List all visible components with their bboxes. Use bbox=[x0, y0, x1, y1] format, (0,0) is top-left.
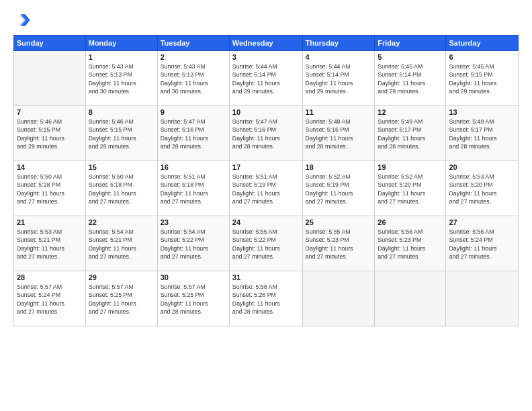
calendar-cell: 10Sunrise: 5:47 AM Sunset: 5:16 PM Dayli… bbox=[229, 106, 302, 161]
day-number: 31 bbox=[232, 273, 300, 281]
day-info: Sunrise: 5:50 AM Sunset: 5:18 PM Dayligh… bbox=[17, 173, 83, 205]
calendar-cell: 5Sunrise: 5:45 AM Sunset: 5:14 PM Daylig… bbox=[375, 51, 446, 106]
day-number: 18 bbox=[306, 163, 372, 171]
day-number: 1 bbox=[89, 53, 154, 61]
day-number: 11 bbox=[306, 108, 372, 116]
calendar-week-row: 21Sunrise: 5:53 AM Sunset: 5:21 PM Dayli… bbox=[14, 216, 519, 271]
day-number: 27 bbox=[449, 218, 515, 226]
day-info: Sunrise: 5:52 AM Sunset: 5:20 PM Dayligh… bbox=[378, 173, 443, 205]
day-info: Sunrise: 5:54 AM Sunset: 5:22 PM Dayligh… bbox=[161, 228, 226, 261]
day-info: Sunrise: 5:52 AM Sunset: 5:19 PM Dayligh… bbox=[306, 173, 372, 205]
calendar-cell: 23Sunrise: 5:54 AM Sunset: 5:22 PM Dayli… bbox=[157, 216, 229, 271]
calendar: SundayMondayTuesdayWednesdayThursdayFrid… bbox=[13, 35, 519, 326]
day-info: Sunrise: 5:56 AM Sunset: 5:23 PM Dayligh… bbox=[378, 228, 443, 261]
day-info: Sunrise: 5:44 AM Sunset: 5:14 PM Dayligh… bbox=[232, 62, 300, 95]
day-number: 28 bbox=[17, 273, 83, 281]
calendar-cell: 21Sunrise: 5:53 AM Sunset: 5:21 PM Dayli… bbox=[14, 216, 86, 271]
day-number: 12 bbox=[378, 108, 443, 116]
calendar-cell: 7Sunrise: 5:46 AM Sunset: 5:15 PM Daylig… bbox=[14, 106, 86, 161]
calendar-cell: 13Sunrise: 5:49 AM Sunset: 5:17 PM Dayli… bbox=[446, 106, 519, 161]
day-info: Sunrise: 5:45 AM Sunset: 5:15 PM Dayligh… bbox=[449, 62, 515, 95]
day-info: Sunrise: 5:47 AM Sunset: 5:16 PM Dayligh… bbox=[161, 118, 226, 150]
weekday-header: Thursday bbox=[302, 36, 375, 51]
day-info: Sunrise: 5:53 AM Sunset: 5:21 PM Dayligh… bbox=[17, 228, 83, 261]
day-info: Sunrise: 5:43 AM Sunset: 5:13 PM Dayligh… bbox=[89, 62, 154, 95]
day-number: 2 bbox=[161, 53, 226, 61]
day-number: 21 bbox=[17, 218, 83, 226]
calendar-cell: 28Sunrise: 5:57 AM Sunset: 5:24 PM Dayli… bbox=[14, 271, 86, 326]
day-number: 23 bbox=[161, 218, 226, 226]
calendar-cell bbox=[14, 51, 86, 106]
calendar-cell: 19Sunrise: 5:52 AM Sunset: 5:20 PM Dayli… bbox=[375, 161, 446, 216]
day-number: 14 bbox=[17, 163, 83, 171]
calendar-cell: 11Sunrise: 5:48 AM Sunset: 5:16 PM Dayli… bbox=[302, 106, 375, 161]
header bbox=[13, 11, 519, 30]
calendar-cell: 20Sunrise: 5:53 AM Sunset: 5:20 PM Dayli… bbox=[446, 161, 519, 216]
calendar-body: 1Sunrise: 5:43 AM Sunset: 5:13 PM Daylig… bbox=[14, 51, 519, 326]
day-info: Sunrise: 5:49 AM Sunset: 5:17 PM Dayligh… bbox=[449, 118, 515, 150]
day-info: Sunrise: 5:48 AM Sunset: 5:16 PM Dayligh… bbox=[306, 118, 372, 150]
day-info: Sunrise: 5:49 AM Sunset: 5:17 PM Dayligh… bbox=[378, 118, 443, 150]
day-number: 7 bbox=[17, 108, 83, 116]
calendar-cell: 3Sunrise: 5:44 AM Sunset: 5:14 PM Daylig… bbox=[229, 51, 302, 106]
day-info: Sunrise: 5:46 AM Sunset: 5:15 PM Dayligh… bbox=[17, 118, 83, 150]
day-info: Sunrise: 5:47 AM Sunset: 5:16 PM Dayligh… bbox=[232, 118, 300, 150]
day-info: Sunrise: 5:53 AM Sunset: 5:20 PM Dayligh… bbox=[449, 173, 515, 205]
calendar-cell: 26Sunrise: 5:56 AM Sunset: 5:23 PM Dayli… bbox=[375, 216, 446, 271]
calendar-cell: 18Sunrise: 5:52 AM Sunset: 5:19 PM Dayli… bbox=[302, 161, 375, 216]
day-info: Sunrise: 5:43 AM Sunset: 5:13 PM Dayligh… bbox=[161, 62, 226, 95]
day-info: Sunrise: 5:44 AM Sunset: 5:14 PM Dayligh… bbox=[306, 62, 372, 95]
calendar-cell bbox=[375, 271, 446, 326]
calendar-cell: 1Sunrise: 5:43 AM Sunset: 5:13 PM Daylig… bbox=[85, 51, 157, 106]
calendar-week-row: 1Sunrise: 5:43 AM Sunset: 5:13 PM Daylig… bbox=[14, 51, 519, 106]
day-number: 3 bbox=[232, 53, 300, 61]
day-number: 13 bbox=[449, 108, 515, 116]
day-info: Sunrise: 5:56 AM Sunset: 5:24 PM Dayligh… bbox=[449, 228, 515, 261]
calendar-cell: 12Sunrise: 5:49 AM Sunset: 5:17 PM Dayli… bbox=[375, 106, 446, 161]
calendar-cell: 27Sunrise: 5:56 AM Sunset: 5:24 PM Dayli… bbox=[446, 216, 519, 271]
day-info: Sunrise: 5:57 AM Sunset: 5:25 PM Dayligh… bbox=[161, 283, 226, 316]
calendar-cell bbox=[446, 271, 519, 326]
day-info: Sunrise: 5:50 AM Sunset: 5:18 PM Dayligh… bbox=[89, 173, 154, 205]
day-number: 17 bbox=[232, 163, 300, 171]
day-number: 30 bbox=[161, 273, 226, 281]
calendar-week-row: 14Sunrise: 5:50 AM Sunset: 5:18 PM Dayli… bbox=[14, 161, 519, 216]
calendar-cell: 9Sunrise: 5:47 AM Sunset: 5:16 PM Daylig… bbox=[157, 106, 229, 161]
calendar-week-row: 7Sunrise: 5:46 AM Sunset: 5:15 PM Daylig… bbox=[14, 106, 519, 161]
day-info: Sunrise: 5:55 AM Sunset: 5:22 PM Dayligh… bbox=[232, 228, 300, 261]
calendar-cell: 25Sunrise: 5:55 AM Sunset: 5:23 PM Dayli… bbox=[302, 216, 375, 271]
day-number: 25 bbox=[306, 218, 372, 226]
day-number: 15 bbox=[89, 163, 154, 171]
calendar-cell: 29Sunrise: 5:57 AM Sunset: 5:25 PM Dayli… bbox=[85, 271, 157, 326]
calendar-cell bbox=[302, 271, 375, 326]
weekday-header: Wednesday bbox=[229, 36, 302, 51]
day-info: Sunrise: 5:51 AM Sunset: 5:18 PM Dayligh… bbox=[161, 173, 226, 205]
day-number: 16 bbox=[161, 163, 226, 171]
day-number: 24 bbox=[232, 218, 300, 226]
calendar-cell: 4Sunrise: 5:44 AM Sunset: 5:14 PM Daylig… bbox=[302, 51, 375, 106]
day-number: 4 bbox=[306, 53, 372, 61]
calendar-header: SundayMondayTuesdayWednesdayThursdayFrid… bbox=[14, 36, 519, 51]
calendar-cell: 16Sunrise: 5:51 AM Sunset: 5:18 PM Dayli… bbox=[157, 161, 229, 216]
weekday-header: Monday bbox=[85, 36, 157, 51]
calendar-cell: 24Sunrise: 5:55 AM Sunset: 5:22 PM Dayli… bbox=[229, 216, 302, 271]
day-info: Sunrise: 5:45 AM Sunset: 5:14 PM Dayligh… bbox=[378, 62, 443, 95]
calendar-cell: 30Sunrise: 5:57 AM Sunset: 5:25 PM Dayli… bbox=[157, 271, 229, 326]
logo-icon bbox=[13, 11, 32, 30]
day-number: 26 bbox=[378, 218, 443, 226]
day-number: 22 bbox=[89, 218, 154, 226]
day-number: 9 bbox=[161, 108, 226, 116]
weekday-row: SundayMondayTuesdayWednesdayThursdayFrid… bbox=[14, 36, 519, 51]
calendar-cell: 2Sunrise: 5:43 AM Sunset: 5:13 PM Daylig… bbox=[157, 51, 229, 106]
calendar-week-row: 28Sunrise: 5:57 AM Sunset: 5:24 PM Dayli… bbox=[14, 271, 519, 326]
day-info: Sunrise: 5:58 AM Sunset: 5:26 PM Dayligh… bbox=[232, 283, 300, 316]
logo bbox=[13, 11, 35, 30]
day-number: 5 bbox=[378, 53, 443, 61]
day-number: 6 bbox=[449, 53, 515, 61]
day-info: Sunrise: 5:57 AM Sunset: 5:25 PM Dayligh… bbox=[89, 283, 154, 316]
day-number: 10 bbox=[232, 108, 300, 116]
weekday-header: Friday bbox=[375, 36, 446, 51]
day-info: Sunrise: 5:54 AM Sunset: 5:21 PM Dayligh… bbox=[89, 228, 154, 261]
day-info: Sunrise: 5:57 AM Sunset: 5:24 PM Dayligh… bbox=[17, 283, 83, 316]
page: SundayMondayTuesdayWednesdayThursdayFrid… bbox=[0, 0, 532, 411]
